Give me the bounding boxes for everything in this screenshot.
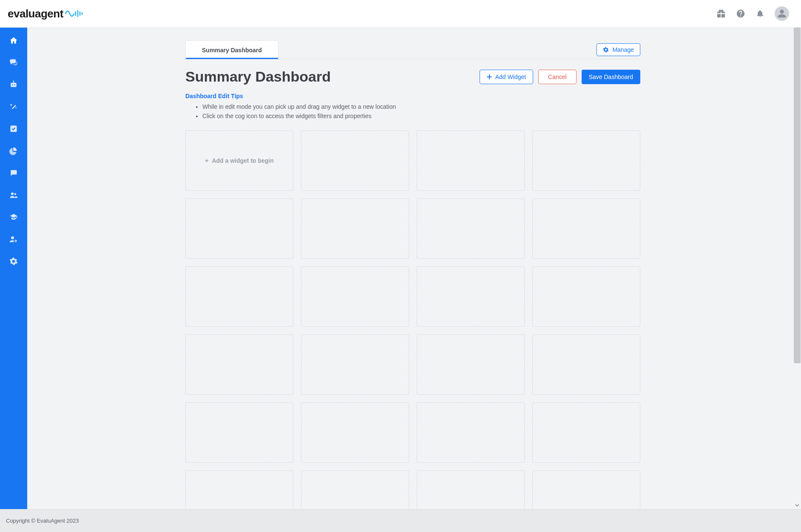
widget-slot[interactable] bbox=[185, 266, 293, 327]
checkbox-icon[interactable] bbox=[5, 122, 22, 136]
scroll-thumb[interactable] bbox=[794, 28, 801, 363]
svg-point-5 bbox=[12, 85, 13, 86]
help-icon[interactable] bbox=[736, 8, 746, 19]
scroll-down-arrow[interactable] bbox=[793, 501, 801, 509]
content-scrollbar[interactable] bbox=[793, 28, 801, 509]
widget-slot[interactable] bbox=[532, 470, 640, 509]
brand-name-part2: agent bbox=[35, 7, 63, 20]
svg-point-11 bbox=[14, 193, 17, 195]
graduation-cap-icon[interactable] bbox=[5, 210, 22, 224]
svg-point-10 bbox=[11, 192, 14, 195]
pie-chart-icon[interactable] bbox=[5, 144, 22, 158]
sidebar bbox=[0, 28, 27, 509]
svg-rect-4 bbox=[11, 83, 16, 87]
main-content: Summary Dashboard Manage Summary Dashboa… bbox=[27, 28, 793, 509]
title-row: Summary Dashboard Add Widget Cancel Save… bbox=[185, 68, 640, 85]
plus-icon: + bbox=[205, 157, 208, 164]
save-dashboard-label: Save Dashboard bbox=[589, 74, 633, 80]
brand-name-part1: evalu bbox=[8, 7, 35, 20]
widget-slot[interactable] bbox=[301, 334, 409, 395]
widget-slot[interactable] bbox=[532, 198, 640, 259]
add-widget-slot[interactable]: + Add a widget to begin bbox=[185, 130, 293, 191]
svg-point-8 bbox=[13, 80, 14, 82]
widget-slot[interactable] bbox=[532, 402, 640, 463]
manage-button-label: Manage bbox=[612, 46, 634, 53]
gear-icon bbox=[603, 47, 609, 53]
users-icon[interactable] bbox=[5, 188, 22, 202]
gear-icon[interactable] bbox=[5, 255, 22, 268]
widget-slot[interactable] bbox=[417, 266, 525, 327]
edit-tips: Dashboard Edit Tips While in edit mode y… bbox=[185, 93, 640, 121]
cancel-label: Cancel bbox=[548, 74, 567, 80]
gift-icon[interactable] bbox=[716, 8, 726, 19]
robot-icon[interactable] bbox=[5, 78, 22, 91]
widget-slot[interactable] bbox=[301, 198, 409, 259]
widget-slot[interactable] bbox=[185, 334, 293, 395]
wand-icon[interactable] bbox=[5, 100, 22, 113]
add-widget-button[interactable]: Add Widget bbox=[480, 70, 533, 84]
topbar: evaluagent bbox=[0, 0, 801, 28]
widget-slot[interactable] bbox=[532, 334, 640, 395]
user-avatar[interactable] bbox=[775, 6, 789, 21]
svg-rect-7 bbox=[13, 82, 14, 83]
chat-icon[interactable] bbox=[5, 56, 22, 69]
brand-logo[interactable]: evaluagent bbox=[8, 7, 83, 20]
widget-slot[interactable] bbox=[301, 130, 409, 191]
plus-icon bbox=[487, 74, 492, 79]
manage-button[interactable]: Manage bbox=[596, 43, 640, 56]
message-icon[interactable] bbox=[5, 166, 22, 180]
widget-grid: + Add a widget to begin bbox=[185, 130, 640, 509]
tips-heading: Dashboard Edit Tips bbox=[185, 93, 640, 99]
brand-wave-icon bbox=[65, 9, 83, 18]
tab-row: Summary Dashboard Manage bbox=[185, 40, 640, 59]
tip-item: While in edit mode you can pick up and d… bbox=[202, 102, 640, 111]
widget-slot[interactable] bbox=[301, 402, 409, 463]
widget-slot[interactable] bbox=[301, 266, 409, 327]
add-widget-label: Add Widget bbox=[495, 74, 526, 80]
widget-slot[interactable] bbox=[301, 470, 409, 509]
svg-point-13 bbox=[15, 241, 16, 242]
widget-slot[interactable] bbox=[185, 198, 293, 259]
page-title: Summary Dashboard bbox=[185, 68, 474, 85]
home-icon[interactable] bbox=[5, 34, 22, 47]
tab-summary-dashboard[interactable]: Summary Dashboard bbox=[185, 40, 278, 59]
widget-slot[interactable] bbox=[417, 402, 525, 463]
tips-list: While in edit mode you can pick up and d… bbox=[185, 102, 640, 121]
user-cog-icon[interactable] bbox=[5, 232, 22, 246]
save-dashboard-button[interactable]: Save Dashboard bbox=[582, 70, 640, 84]
widget-slot[interactable] bbox=[417, 198, 525, 259]
widget-slot[interactable] bbox=[417, 130, 525, 191]
tab-label: Summary Dashboard bbox=[202, 47, 262, 54]
widget-slot[interactable] bbox=[417, 334, 525, 395]
bell-icon[interactable] bbox=[755, 8, 765, 19]
tip-item: Click on the cog icon to access the widg… bbox=[202, 111, 640, 121]
cancel-button[interactable]: Cancel bbox=[538, 70, 577, 84]
topbar-icons bbox=[716, 6, 789, 21]
widget-slot[interactable] bbox=[532, 130, 640, 191]
copyright-text: Copyright © EvaluAgent 2023 bbox=[6, 518, 79, 524]
widget-slot[interactable] bbox=[185, 402, 293, 463]
svg-point-12 bbox=[11, 236, 14, 239]
svg-point-6 bbox=[14, 85, 15, 86]
widget-slot[interactable] bbox=[185, 470, 293, 509]
add-widget-slot-label: Add a widget to begin bbox=[212, 157, 273, 164]
footer: Copyright © EvaluAgent 2023 bbox=[0, 509, 801, 532]
widget-slot[interactable] bbox=[417, 470, 525, 509]
widget-slot[interactable] bbox=[532, 266, 640, 327]
